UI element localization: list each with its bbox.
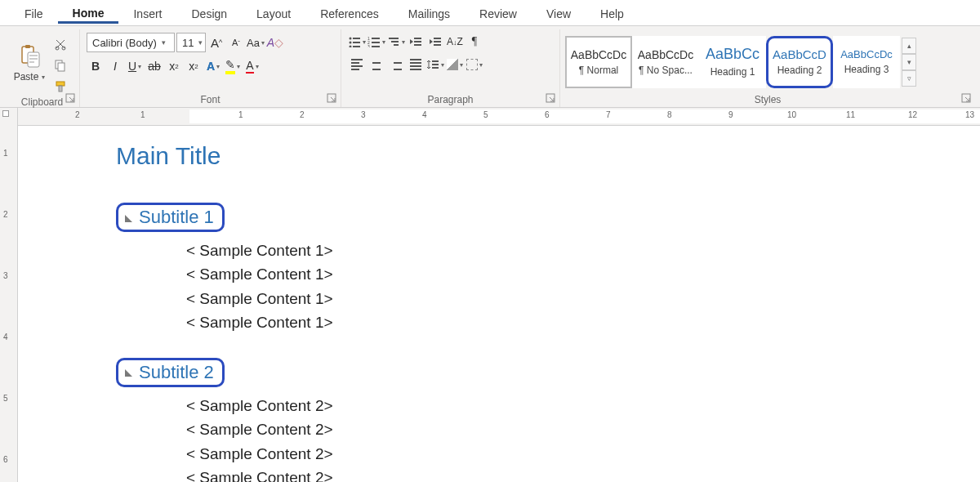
svg-point-13	[350, 42, 352, 44]
group-label-styles: Styles	[565, 92, 970, 105]
body-line[interactable]: < Sample Content 2>	[116, 466, 818, 482]
svg-rect-7	[56, 82, 65, 86]
svg-rect-12	[353, 38, 360, 39]
group-label-font: Font	[85, 92, 336, 105]
body-line[interactable]: < Sample Content 1>	[116, 310, 818, 334]
document-area[interactable]: Main Title Subtitle 1 < Sample Content 1…	[18, 126, 980, 482]
decrease-indent-button[interactable]	[407, 33, 425, 51]
styles-expand[interactable]: ▿	[902, 70, 916, 87]
vertical-ruler: 123456	[0, 108, 18, 482]
svg-rect-6	[58, 63, 65, 71]
tab-insert[interactable]: Insert	[118, 2, 176, 24]
group-styles: AaBbCcDc ¶ Normal AaBbCcDc ¶ No Spac... …	[560, 29, 975, 107]
style-normal[interactable]: AaBbCcDc ¶ Normal	[565, 36, 632, 88]
underline-button[interactable]: U▾	[126, 57, 144, 75]
styles-scroll-down[interactable]: ▾	[902, 54, 916, 70]
italic-button[interactable]: I	[106, 57, 124, 75]
body-line[interactable]: < Sample Content 2>	[116, 442, 818, 466]
ruler-number: 5	[3, 394, 8, 403]
tab-selector[interactable]	[2, 110, 9, 117]
increase-indent-button[interactable]	[426, 33, 444, 51]
shrink-font-button[interactable]: Aˇ	[227, 33, 245, 51]
svg-point-15	[350, 46, 352, 48]
line-spacing-button[interactable]: ▾	[426, 56, 444, 74]
ruler-number: 6	[3, 455, 8, 464]
subscript-button[interactable]: x2	[165, 57, 183, 75]
ruler-number: 1	[238, 110, 243, 119]
body-line[interactable]: < Sample Content 1>	[116, 239, 818, 262]
clipboard-launcher[interactable]	[65, 92, 76, 104]
tab-mailings[interactable]: Mailings	[394, 2, 465, 24]
highlight-button[interactable]: ✎▾	[224, 57, 242, 75]
paragraph-launcher[interactable]	[545, 92, 556, 104]
tab-review[interactable]: Review	[465, 2, 532, 24]
clear-formatting-button[interactable]: A◇	[266, 33, 284, 51]
doc-title[interactable]: Main Title	[116, 142, 818, 170]
styles-launcher[interactable]	[960, 92, 972, 104]
cut-button[interactable]	[52, 36, 69, 52]
ribbon-tabs: File Home Insert Design Layout Reference…	[0, 0, 980, 26]
subtitle-2[interactable]: Subtitle 2	[139, 362, 214, 383]
body-line[interactable]: < Sample Content 1>	[116, 287, 818, 310]
font-size-combo[interactable]: 11▾	[176, 33, 206, 52]
tab-file[interactable]: File	[10, 2, 58, 24]
style-heading2[interactable]: AaBbCcD Heading 2	[766, 36, 833, 88]
superscript-button[interactable]: x2	[185, 57, 203, 75]
style-preview: AaBbCcD	[773, 47, 826, 61]
font-launcher[interactable]	[326, 92, 337, 104]
collapse-triangle-icon[interactable]	[125, 215, 132, 222]
sort-button[interactable]: A↓Z	[446, 33, 464, 51]
subtitle-1[interactable]: Subtitle 1	[139, 207, 214, 228]
align-right-button[interactable]	[387, 56, 405, 74]
grow-font-button[interactable]: A^	[207, 33, 225, 51]
multilevel-list-button[interactable]: ▾	[387, 33, 405, 51]
style-no-spacing[interactable]: AaBbCcDc ¶ No Spac...	[632, 36, 699, 88]
svg-rect-28	[414, 44, 421, 46]
collapse-triangle-icon[interactable]	[125, 369, 132, 377]
svg-rect-27	[414, 41, 421, 42]
ruler-number: 4	[3, 332, 8, 341]
copy-button[interactable]	[52, 57, 69, 74]
text-effects-button[interactable]: A▾	[204, 57, 222, 75]
group-label-paragraph: Paragraph	[346, 92, 555, 105]
ruler-number: 6	[545, 110, 550, 119]
ruler-number: 8	[667, 110, 672, 119]
tab-home[interactable]: Home	[58, 2, 119, 24]
body-line[interactable]: < Sample Content 2>	[116, 394, 818, 417]
tab-help[interactable]: Help	[586, 2, 639, 24]
styles-scroll-up[interactable]: ▴	[902, 38, 916, 54]
body-line[interactable]: < Sample Content 2>	[116, 417, 818, 441]
align-center-button[interactable]	[368, 56, 385, 74]
tab-layout[interactable]: Layout	[242, 2, 305, 24]
style-preview: AaBbCcDc	[638, 48, 693, 61]
svg-point-11	[350, 38, 352, 40]
numbering-button[interactable]: 123▾	[368, 33, 385, 51]
align-left-button[interactable]	[348, 56, 366, 74]
paste-button[interactable]: Paste▾	[10, 34, 49, 91]
svg-rect-23	[389, 38, 399, 39]
style-heading1[interactable]: AaBbCc Heading 1	[699, 36, 766, 88]
strikethrough-button[interactable]: ab	[145, 57, 163, 75]
font-name-combo[interactable]: Calibri (Body)▾	[87, 33, 175, 52]
change-case-button[interactable]: Aa▾	[247, 33, 265, 51]
tab-design[interactable]: Design	[176, 2, 242, 24]
borders-button[interactable]: ▾	[466, 56, 483, 74]
body-line[interactable]: < Sample Content 1>	[116, 262, 818, 286]
tab-references[interactable]: References	[305, 2, 394, 24]
style-heading3[interactable]: AaBbCcDc Heading 3	[833, 36, 900, 88]
ribbon: Paste▾ Clipboard Calibri	[0, 26, 980, 108]
style-preview: AaBbCcDc	[840, 48, 893, 60]
svg-rect-16	[353, 46, 360, 47]
page: Main Title Subtitle 1 < Sample Content 1…	[18, 126, 818, 482]
justify-button[interactable]	[407, 56, 425, 74]
font-size-value: 11	[182, 37, 194, 49]
ruler-number: 2	[75, 110, 80, 119]
horizontal-ruler[interactable]: 21123456789101112131415	[18, 108, 980, 126]
bold-button[interactable]: B	[87, 57, 105, 75]
show-marks-button[interactable]: ¶	[466, 33, 483, 51]
bullets-button[interactable]: ▾	[348, 33, 366, 51]
font-color-button[interactable]: A▾	[243, 57, 261, 75]
tab-view[interactable]: View	[532, 2, 586, 24]
ruler-number: 7	[606, 110, 611, 119]
shading-button[interactable]: ▾	[446, 56, 464, 74]
